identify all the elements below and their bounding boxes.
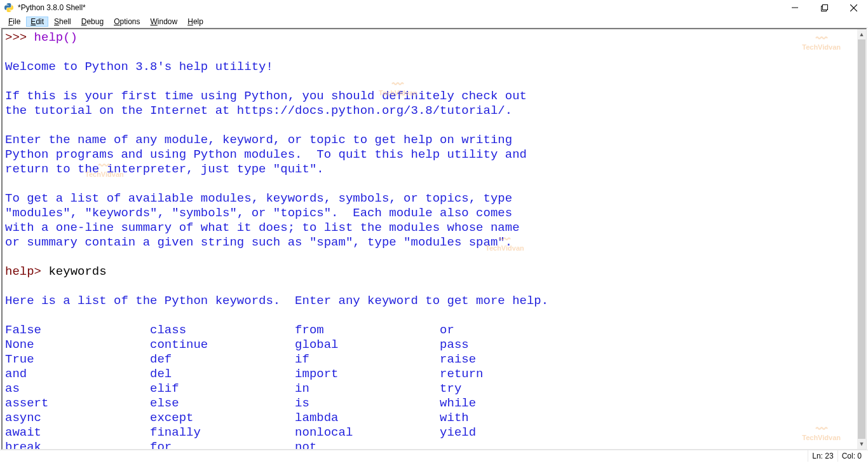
scroll-up-icon[interactable]: ▲	[857, 29, 866, 39]
shell-output-line: To get a list of available modules, keyw…	[5, 191, 512, 205]
shell-output-line: Enter the name of any module, keyword, o…	[5, 133, 512, 147]
window-title: *Python 3.8.0 Shell*	[18, 3, 86, 12]
shell-output-line: return to the interpreter, just type "qu…	[5, 162, 324, 176]
help-input: keywords	[48, 265, 106, 279]
menu-shell[interactable]: Shell	[50, 17, 76, 27]
menu-window[interactable]: Window	[146, 17, 182, 27]
minimize-button[interactable]	[780, 0, 810, 15]
keywords-row: async except lambda with	[5, 411, 469, 425]
keywords-row: None continue global pass	[5, 338, 469, 352]
scroll-down-icon[interactable]: ▼	[857, 439, 866, 449]
keywords-row: break for not	[5, 440, 316, 449]
window-controls	[780, 0, 868, 15]
scroll-thumb[interactable]	[858, 39, 865, 439]
status-line: Ln: 23	[808, 450, 837, 462]
help-prompt: help>	[5, 265, 48, 279]
repl-prompt: >>>	[5, 31, 34, 45]
keywords-row: await finally nonlocal yield	[5, 425, 476, 439]
shell-output-line: with a one-line summary of what it does;…	[5, 221, 520, 235]
keywords-row: True def if raise	[5, 352, 476, 366]
shell-output-line: If this is your first time using Python,…	[5, 89, 527, 103]
menu-debug[interactable]: Debug	[77, 17, 108, 27]
keywords-intro: Here is a list of the Python keywords. E…	[5, 294, 548, 308]
status-col: Col: 0	[837, 450, 865, 462]
svg-rect-2	[822, 4, 827, 10]
menu-options[interactable]: Options	[109, 17, 144, 27]
menu-bar: File Edit Shell Debug Options Window Hel…	[0, 15, 868, 28]
vertical-scrollbar[interactable]: ▲ ▼	[857, 29, 866, 449]
shell-output-line: Welcome to Python 3.8's help utility!	[5, 60, 273, 74]
maximize-button[interactable]	[810, 0, 839, 15]
menu-edit[interactable]: Edit	[26, 17, 48, 27]
shell-output-line: the tutorial on the Internet at https://…	[5, 104, 512, 118]
keywords-row: as elif in try	[5, 382, 461, 396]
shell-text-area[interactable]: >>> help() Welcome to Python 3.8's help …	[3, 29, 857, 449]
repl-input: help()	[34, 31, 78, 45]
menu-help[interactable]: Help	[183, 17, 208, 27]
shell-frame: >>> help() Welcome to Python 3.8's help …	[1, 28, 867, 450]
keywords-row: False class from or	[5, 323, 454, 337]
shell-output-line: Python programs and using Python modules…	[5, 148, 527, 162]
scroll-track[interactable]	[857, 39, 866, 439]
keywords-row: and del import return	[5, 367, 484, 381]
shell-output-line: "modules", "keywords", "symbols", or "to…	[5, 206, 512, 220]
keywords-row: assert else is while	[5, 396, 476, 410]
python-icon	[4, 3, 14, 13]
shell-output-line: or summary contain a given string such a…	[5, 235, 512, 249]
status-bar: Ln: 23 Col: 0	[0, 450, 868, 462]
title-bar: *Python 3.8.0 Shell*	[0, 0, 868, 15]
menu-file[interactable]: File	[4, 17, 25, 27]
close-button[interactable]	[839, 0, 868, 15]
